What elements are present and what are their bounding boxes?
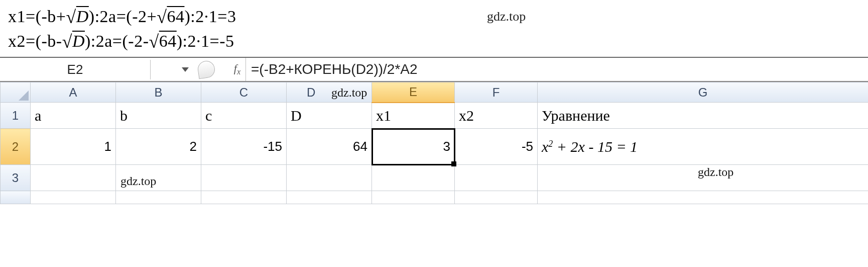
formula-bar-buttons: fx: [151, 58, 246, 81]
cell-a2[interactable]: 1: [31, 129, 116, 165]
cell-f2[interactable]: -5: [455, 129, 538, 165]
col-header-f[interactable]: F: [455, 82, 538, 103]
select-all-corner[interactable]: [1, 82, 31, 103]
col-header-b[interactable]: B: [116, 82, 201, 103]
cell-f1[interactable]: x2: [455, 103, 538, 129]
table-row: 2 1 2 -15 64 3 -5 x2 + 2x - 15 = 1: [1, 129, 869, 165]
cell-c2[interactable]: -15: [201, 129, 287, 165]
eq1-radicand-64: 64: [167, 7, 184, 26]
cell-a3[interactable]: [31, 165, 116, 191]
eq-x: x: [542, 138, 548, 155]
equation-line-1: x1=(-b+√D):2a=(-2+√64):2·1=3: [8, 5, 860, 30]
formula-bar: E2 fx =(-B2+КОРЕНЬ(D2))/2*A2: [0, 58, 868, 82]
col-header-g[interactable]: G: [538, 82, 869, 103]
eq1-pre: x1=(-b+: [8, 7, 66, 26]
formula-input[interactable]: =(-B2+КОРЕНЬ(D2))/2*A2: [246, 58, 868, 81]
cell-b1[interactable]: b: [116, 103, 201, 129]
table-row: [1, 191, 869, 204]
cell-a4[interactable]: [31, 191, 116, 204]
cell-c3[interactable]: [201, 165, 287, 191]
watermark-top: gdz.top: [487, 9, 526, 24]
cell-d3[interactable]: [287, 165, 372, 191]
row-header-3[interactable]: 3: [1, 165, 31, 191]
cell-e4[interactable]: [372, 191, 455, 204]
fx-icon[interactable]: fx: [224, 62, 240, 76]
cell-a1[interactable]: a: [31, 103, 116, 129]
eq1-post: ):2·1=3: [184, 7, 236, 26]
eq2-mid: ):2a=(-2-: [85, 32, 149, 50]
cell-c4[interactable]: [201, 191, 287, 204]
eq2-post: ):2·1=-5: [177, 32, 234, 50]
cell-e1[interactable]: x1: [372, 103, 455, 129]
watermark-grid-3: gdz.top: [698, 165, 733, 179]
insert-function-button[interactable]: [197, 60, 216, 79]
col-header-a[interactable]: A: [31, 82, 116, 103]
eq-sq: 2: [548, 139, 553, 149]
table-row: 1 a b c D x1 x2 Уравнение: [1, 103, 869, 129]
eq2-radicand-64: 64: [159, 32, 177, 50]
fill-handle[interactable]: [451, 161, 456, 166]
row-header-2[interactable]: 2: [1, 129, 31, 165]
cell-e2-value: 3: [443, 139, 450, 154]
cell-g4[interactable]: [538, 191, 869, 204]
name-box-dropdown-icon[interactable]: [182, 67, 189, 72]
select-all-triangle-icon: [19, 91, 29, 101]
watermark-grid-1: gdz.top: [331, 86, 367, 100]
name-box[interactable]: E2: [0, 60, 151, 79]
cell-e2-selected[interactable]: 3: [372, 129, 455, 165]
cell-b2[interactable]: 2: [116, 129, 201, 165]
equation-block: x1=(-b+√D):2a=(-2+√64):2·1=3 x2=(-b-√D):…: [0, 0, 868, 56]
column-header-row: A B C D E F G: [1, 82, 869, 103]
cell-b4[interactable]: [116, 191, 201, 204]
cell-c1[interactable]: c: [201, 103, 287, 129]
cell-f3[interactable]: [455, 165, 538, 191]
watermark-grid-2: gdz.top: [120, 174, 156, 188]
cell-d1[interactable]: D: [287, 103, 372, 129]
spreadsheet-grid-wrap: gdz.top gdz.top gdz.top A B C D E F G 1 …: [0, 82, 868, 204]
cell-d2[interactable]: 64: [287, 129, 372, 165]
col-header-e[interactable]: E: [372, 82, 455, 103]
eq-rest: + 2x - 15 = 1: [553, 138, 638, 155]
cell-g1[interactable]: Уравнение: [538, 103, 869, 129]
cell-d4[interactable]: [287, 191, 372, 204]
eq1-radicand-d: D: [76, 7, 89, 26]
cell-f4[interactable]: [455, 191, 538, 204]
cell-e3[interactable]: [372, 165, 455, 191]
row-header-1[interactable]: 1: [1, 103, 31, 129]
eq2-pre: x2=(-b-: [8, 32, 62, 50]
cell-g2[interactable]: x2 + 2x - 15 = 1: [538, 129, 869, 165]
equation-line-2: x2=(-b-√D):2a=(-2-√64):2·1=-5: [8, 30, 860, 54]
row-header-4[interactable]: [1, 191, 31, 204]
eq2-radicand-d: D: [72, 32, 85, 50]
eq1-mid: ):2a=(-2+: [89, 7, 157, 26]
col-header-c[interactable]: C: [201, 82, 287, 103]
